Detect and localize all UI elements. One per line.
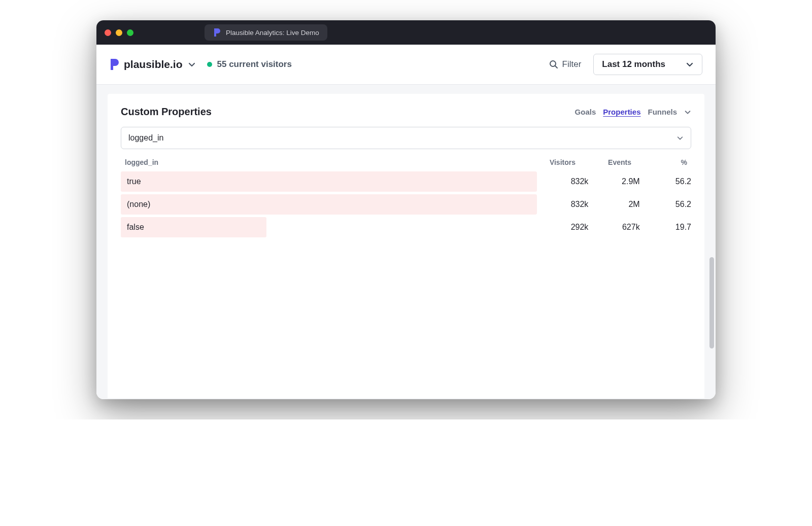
chevron-down-icon bbox=[676, 134, 684, 142]
row-label: false bbox=[121, 223, 537, 232]
filter-label: Filter bbox=[562, 59, 582, 69]
tab-goals[interactable]: Goals bbox=[575, 108, 596, 116]
site-name[interactable]: plausible.io bbox=[124, 58, 183, 71]
table-row[interactable]: (none)832k2M56.2 bbox=[121, 194, 691, 215]
plausible-logo-icon bbox=[110, 59, 119, 70]
tab-properties[interactable]: Properties bbox=[603, 108, 640, 116]
titlebar: Plausible Analytics: Live Demo bbox=[96, 20, 716, 45]
property-select-value: logged_in bbox=[128, 133, 163, 143]
minimize-window-button[interactable] bbox=[116, 29, 122, 36]
table-row[interactable]: false292k627k19.7 bbox=[121, 217, 691, 237]
row-events: 2M bbox=[588, 200, 639, 209]
row-percent: 56.2 bbox=[640, 200, 691, 209]
live-indicator-icon bbox=[207, 62, 212, 67]
browser-tab[interactable]: Plausible Analytics: Live Demo bbox=[205, 24, 327, 41]
row-visitors: 832k bbox=[537, 177, 588, 186]
column-percent: % bbox=[631, 158, 687, 166]
column-events: Events bbox=[576, 158, 631, 166]
tab-funnels[interactable]: Funnels bbox=[648, 108, 677, 116]
plausible-favicon-icon bbox=[213, 28, 221, 37]
table-header: logged_in Visitors Events % bbox=[121, 156, 691, 171]
live-visitors-text[interactable]: 55 current visitors bbox=[217, 59, 292, 69]
row-label: true bbox=[121, 177, 537, 186]
chevron-down-icon[interactable] bbox=[684, 109, 691, 116]
card-title: Custom Properties bbox=[121, 106, 212, 118]
site-switcher-chevron-icon[interactable] bbox=[188, 60, 196, 68]
row-percent: 19.7 bbox=[640, 223, 691, 232]
row-label: (none) bbox=[121, 200, 537, 209]
card-tabs: Goals Properties Funnels bbox=[575, 108, 691, 116]
row-bar-area: false bbox=[121, 217, 537, 237]
row-visitors: 832k bbox=[537, 200, 588, 209]
row-bar-area: true bbox=[121, 171, 537, 192]
property-select[interactable]: logged_in bbox=[121, 127, 691, 149]
traffic-lights bbox=[105, 29, 133, 36]
browser-tab-title: Plausible Analytics: Live Demo bbox=[226, 29, 319, 37]
dashboard-body: Custom Properties Goals Properties Funne… bbox=[96, 85, 716, 399]
scrollbar[interactable] bbox=[709, 257, 714, 348]
row-events: 627k bbox=[588, 223, 639, 232]
close-window-button[interactable] bbox=[105, 29, 111, 36]
row-bar-area: (none) bbox=[121, 194, 537, 215]
dashboard-header: plausible.io 55 current visitors Filter … bbox=[96, 45, 716, 85]
maximize-window-button[interactable] bbox=[127, 29, 133, 36]
filter-button[interactable]: Filter bbox=[544, 56, 587, 73]
row-percent: 56.2 bbox=[640, 177, 691, 186]
custom-properties-card: Custom Properties Goals Properties Funne… bbox=[108, 94, 704, 398]
table-row[interactable]: true832k2.9M56.2 bbox=[121, 171, 691, 192]
column-label: logged_in bbox=[125, 158, 520, 166]
period-selector[interactable]: Last 12 months bbox=[593, 54, 702, 75]
column-visitors: Visitors bbox=[520, 158, 576, 166]
card-header: Custom Properties Goals Properties Funne… bbox=[121, 106, 691, 118]
row-events: 2.9M bbox=[588, 177, 639, 186]
row-visitors: 292k bbox=[537, 223, 588, 232]
chevron-down-icon bbox=[686, 60, 694, 68]
search-icon bbox=[549, 60, 558, 69]
period-label: Last 12 months bbox=[602, 59, 665, 69]
table-body: true832k2.9M56.2(none)832k2M56.2false292… bbox=[121, 171, 691, 237]
app-window: Plausible Analytics: Live Demo plausible… bbox=[96, 20, 716, 399]
